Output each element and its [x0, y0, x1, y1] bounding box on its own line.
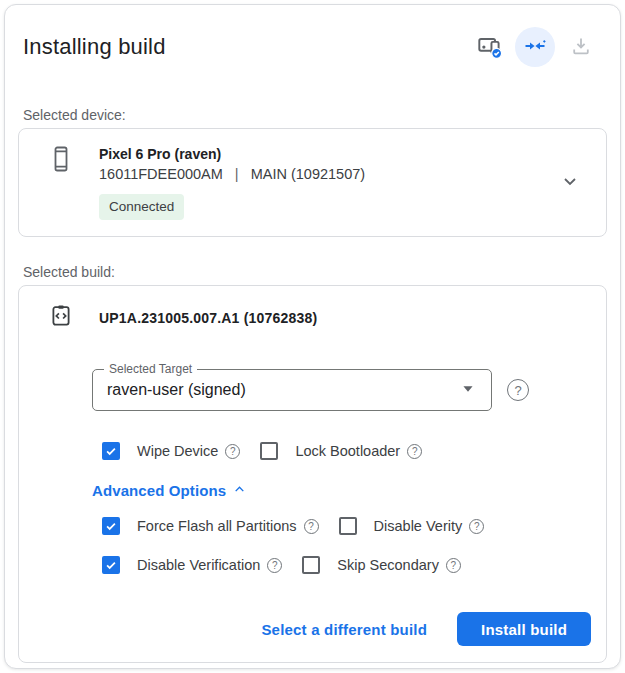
- disable-verity-help-icon[interactable]: [469, 519, 484, 534]
- selected-target-select[interactable]: Selected Target raven-user (signed): [92, 369, 492, 411]
- page-title: Installing build: [23, 34, 166, 60]
- device-serial: 16011FDEE000AM: [99, 164, 223, 184]
- lock-bootloader-checkbox[interactable]: [260, 442, 278, 460]
- device-name: Pixel 6 Pro (raven): [99, 145, 554, 163]
- download-icon: [569, 34, 593, 61]
- wipe-device-help-icon[interactable]: [225, 444, 240, 459]
- devices-check-icon: [476, 33, 503, 62]
- separator: |: [235, 164, 239, 184]
- disable-verity-checkbox[interactable]: [339, 517, 357, 535]
- advanced-options-toggle[interactable]: Advanced Options: [92, 482, 246, 499]
- device-card[interactable]: Pixel 6 Pro (raven) 16011FDEE000AM | MAI…: [18, 128, 607, 237]
- installing-build-dialog: Installing build: [4, 4, 621, 669]
- selected-build-label: Selected build:: [23, 264, 607, 280]
- force-flash-checkbox[interactable]: [102, 517, 120, 535]
- select-different-build-button[interactable]: Select a different build: [257, 613, 431, 646]
- lock-bootloader-help-icon[interactable]: [407, 444, 422, 459]
- dropdown-arrow-icon: [457, 377, 479, 403]
- connect-device-button[interactable]: [515, 27, 555, 67]
- wipe-device-checkbox[interactable]: [102, 442, 120, 460]
- build-code-icon: [49, 304, 73, 332]
- device-connected-button[interactable]: [469, 27, 509, 67]
- download-build-button[interactable]: [561, 27, 601, 67]
- chevron-up-icon: [233, 482, 246, 499]
- build-body: Selected Target raven-user (signed) Wipe…: [92, 369, 591, 574]
- build-header: UP1A.231005.007.A1 (10762838): [49, 304, 591, 332]
- header-actions: [469, 27, 601, 67]
- disable-verification-checkbox[interactable]: [102, 556, 120, 574]
- install-build-button[interactable]: Install build: [457, 612, 591, 646]
- lock-bootloader-option[interactable]: Lock Bootloader: [260, 442, 422, 460]
- target-select-row: Selected Target raven-user (signed): [92, 369, 591, 411]
- select-floating-label: Selected Target: [104, 362, 197, 376]
- device-serial-row: 16011FDEE000AM | MAIN (10921507): [99, 164, 554, 184]
- skip-secondary-checkbox[interactable]: [302, 556, 320, 574]
- disable-verification-label: Disable Verification: [137, 557, 260, 573]
- disable-verity-option[interactable]: Disable Verity: [339, 517, 485, 535]
- main-options-row: Wipe Device Lock Bootloader: [92, 442, 591, 460]
- force-flash-label: Force Flash all Partitions: [137, 518, 297, 534]
- advanced-options-label: Advanced Options: [92, 482, 226, 499]
- advanced-options-row-1: Force Flash all Partitions Disable Verit…: [92, 517, 591, 535]
- skip-secondary-help-icon[interactable]: [446, 558, 461, 573]
- disable-verity-label: Disable Verity: [374, 518, 463, 534]
- build-actions: Select a different build Install build: [49, 612, 591, 646]
- dialog-header: Installing build: [18, 27, 607, 67]
- advanced-options-row-2: Disable Verification Skip Secondary: [92, 556, 591, 574]
- force-flash-help-icon[interactable]: [304, 519, 319, 534]
- build-card: UP1A.231005.007.A1 (10762838) Selected T…: [18, 285, 607, 663]
- build-id: UP1A.231005.007.A1 (10762838): [99, 310, 317, 326]
- select-value: raven-user (signed): [107, 381, 457, 399]
- skip-secondary-label: Skip Secondary: [337, 557, 439, 573]
- force-flash-option[interactable]: Force Flash all Partitions: [102, 517, 319, 535]
- wipe-device-label: Wipe Device: [137, 443, 218, 459]
- connect-arrows-icon: [523, 34, 547, 61]
- target-help-icon[interactable]: [507, 379, 529, 401]
- device-branch: MAIN (10921507): [251, 164, 365, 184]
- skip-secondary-option[interactable]: Skip Secondary: [302, 556, 461, 574]
- wipe-device-option[interactable]: Wipe Device: [102, 442, 240, 460]
- status-badge: Connected: [99, 194, 184, 220]
- chevron-down-icon[interactable]: [554, 165, 586, 201]
- disable-verification-help-icon[interactable]: [267, 558, 282, 573]
- selected-device-label: Selected device:: [23, 107, 607, 123]
- smartphone-icon: [49, 145, 73, 177]
- disable-verification-option[interactable]: Disable Verification: [102, 556, 282, 574]
- lock-bootloader-label: Lock Bootloader: [295, 443, 400, 459]
- device-info: Pixel 6 Pro (raven) 16011FDEE000AM | MAI…: [99, 145, 554, 220]
